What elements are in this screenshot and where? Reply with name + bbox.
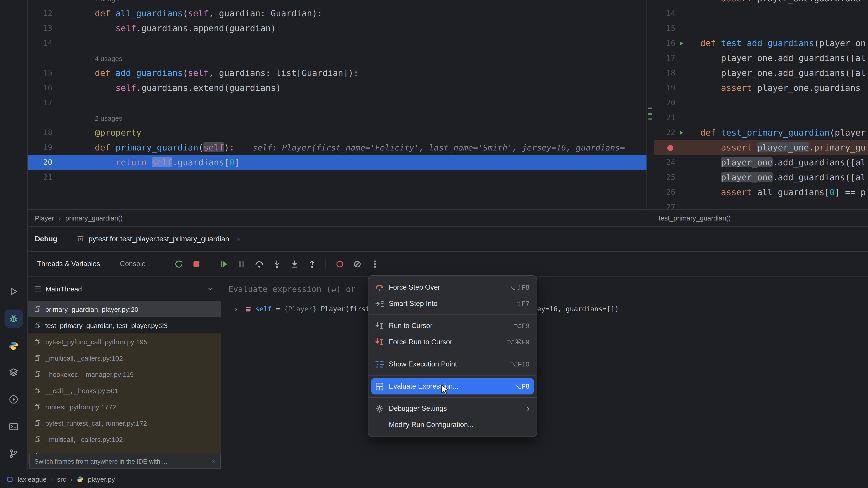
view-breakpoints-button[interactable] xyxy=(333,257,346,271)
breadcrumb-primary-guardian[interactable]: primary_guardian() xyxy=(65,214,123,222)
code-line[interactable]: 17 player_one.add_guardians([al xyxy=(654,51,868,66)
run-tool-button[interactable] xyxy=(4,283,23,300)
code-line[interactable]: 16 self.guardians.extend(guardians) xyxy=(28,80,647,95)
evaluate-expression-menu-item[interactable]: Evaluate Expression...⌥F8 xyxy=(371,378,534,394)
stack-frame[interactable]: pytest_runtest_call, runner.py:172 xyxy=(28,415,221,431)
gutter-line-number[interactable]: 12 xyxy=(28,6,53,21)
stop-button[interactable] xyxy=(189,257,203,271)
force-step-over-menu-item[interactable]: Force Step Over⌥⇧F8 xyxy=(368,279,537,295)
variable-self-row[interactable]: › self = {Player} Player(first_name='Fel… xyxy=(221,301,868,317)
code-line[interactable]: 18 @property xyxy=(28,125,647,140)
breakpoint-gutter[interactable] xyxy=(654,140,675,155)
gutter-line-number[interactable]: 15 xyxy=(654,21,675,36)
stack-frame[interactable]: _multicall, _callers.py:102 xyxy=(28,431,221,447)
code-line[interactable]: 17 xyxy=(28,95,647,110)
stack-frame[interactable]: test_primary_guardian, test_player.py:23 xyxy=(28,317,221,333)
gutter-line-number[interactable]: 16 xyxy=(28,80,53,95)
gutter-line-number[interactable]: 14 xyxy=(28,36,53,51)
code-line[interactable]: 21 xyxy=(654,110,868,125)
code-line[interactable]: assert player_one.primary_gu xyxy=(654,140,868,155)
smart-step-into-menu-item[interactable]: Smart Step Into⇧F7 xyxy=(368,295,537,312)
code-line[interactable]: 26 assert all_guardians[0] == p xyxy=(654,185,868,200)
gutter-line-number[interactable]: 24 xyxy=(654,155,675,170)
code-line[interactable]: 18 player_one.add_guardians([al xyxy=(654,66,868,80)
code-line[interactable]: 12 def all_guardians(self, guardian: Gua… xyxy=(28,6,647,21)
gutter-line-number[interactable]: 18 xyxy=(654,66,675,80)
rerun-button[interactable] xyxy=(172,257,185,271)
code-line[interactable]: 1 usage xyxy=(28,0,647,6)
gutter-line-number[interactable]: 13 xyxy=(28,21,53,36)
gutter-line-number[interactable]: 25 xyxy=(654,170,675,185)
gutter-line-number[interactable]: 15 xyxy=(28,66,53,80)
run-test-icon[interactable] xyxy=(675,40,687,46)
python-tool-button[interactable] xyxy=(4,337,23,355)
close-tab-icon[interactable]: × xyxy=(237,235,241,243)
expand-chevron-icon[interactable]: › xyxy=(235,304,241,314)
stack-frame[interactable]: primary_guardian, player.py:20 xyxy=(28,301,221,317)
gutter-line-number[interactable]: 20 xyxy=(28,155,53,170)
terminal-tool-button[interactable] xyxy=(4,418,23,435)
mute-breakpoints-button[interactable] xyxy=(350,257,364,271)
stack-frame[interactable]: runtest, python.py:1772 xyxy=(28,398,221,415)
status-src[interactable]: src xyxy=(57,475,66,483)
layers-tool-button[interactable] xyxy=(4,363,23,381)
code-line[interactable]: 19 assert player_one.guardians xyxy=(654,80,868,95)
stack-frame[interactable]: __call__, _hooks.py:501 xyxy=(28,382,221,398)
more-button[interactable] xyxy=(368,257,381,271)
editor-scrollbar[interactable] xyxy=(647,0,654,209)
git-tool-button[interactable] xyxy=(4,445,23,463)
code-line[interactable]: 4 usages xyxy=(28,51,647,66)
gutter-line-number[interactable]: 14 xyxy=(654,6,675,21)
step-over-button[interactable] xyxy=(252,257,266,271)
force-step-into-button[interactable] xyxy=(287,257,301,271)
run-to-cursor-menu-item[interactable]: Run to Cursor⌥F9 xyxy=(368,318,537,334)
code-line[interactable]: 19 def primary_guardian(self):self: Play… xyxy=(28,140,647,155)
breakpoint-icon[interactable] xyxy=(667,145,673,151)
stack-frame[interactable]: _multicall, _callers.py:102 xyxy=(28,350,221,366)
code-line[interactable]: 21 xyxy=(28,170,647,185)
gutter-line-number[interactable]: 21 xyxy=(28,170,53,185)
services-tool-button[interactable] xyxy=(4,390,23,409)
debugger-settings-menu-item[interactable]: Debugger Settings› xyxy=(368,400,537,417)
status-project[interactable]: laxleague xyxy=(18,475,46,483)
pause-button[interactable] xyxy=(235,257,248,271)
code-line[interactable]: 13 self.guardians.append(guardian) xyxy=(28,21,647,36)
force-run-to-cursor-menu-item[interactable]: Force Run to Cursor⌥⌘F9 xyxy=(368,334,537,350)
code-line[interactable]: assert player_one.guardians xyxy=(654,0,868,6)
code-line[interactable]: 25 player_one.add_guardians([al xyxy=(654,170,868,185)
code-line[interactable]: 20 xyxy=(654,95,868,110)
debug-session-tab[interactable]: pytest for test_player.test_primary_guar… xyxy=(76,227,241,251)
code-line[interactable]: 15 xyxy=(654,21,868,36)
evaluate-expression-field[interactable]: Evaluate expression (↵) or xyxy=(221,276,868,301)
stack-frame[interactable]: _hookexec, _manager.py:119 xyxy=(28,366,221,382)
code-line[interactable]: 27 xyxy=(654,200,868,209)
code-line[interactable]: 14 xyxy=(654,6,868,21)
step-into-button[interactable] xyxy=(270,257,283,271)
debug-tool-button[interactable] xyxy=(4,310,23,328)
run-test-icon[interactable] xyxy=(675,129,687,136)
gutter-line-number[interactable]: 17 xyxy=(654,51,675,66)
gutter-line-number[interactable]: 17 xyxy=(28,95,53,110)
gutter-line-number[interactable]: 20 xyxy=(654,95,675,110)
gutter-line-number[interactable]: 19 xyxy=(28,140,53,155)
resume-button[interactable] xyxy=(217,257,230,271)
gutter-line-number[interactable]: 19 xyxy=(654,80,675,95)
gutter-line-number[interactable]: 16 xyxy=(654,36,675,51)
gutter-line-number[interactable]: 27 xyxy=(654,200,675,209)
breadcrumb-test-primary-guardian[interactable]: test_primary_guardian() xyxy=(659,214,731,222)
code-line[interactable]: 22def test_primary_guardian(player xyxy=(654,125,868,140)
gutter-line-number[interactable]: 21 xyxy=(654,110,675,125)
code-line[interactable]: 2 usages xyxy=(28,110,647,125)
close-hint-icon[interactable]: × xyxy=(212,457,216,465)
code-line[interactable]: 15 def add_guardians(self, guardians: li… xyxy=(28,66,647,80)
show-execution-point-menu-item[interactable]: Show Execution Point⌥F10 xyxy=(368,356,537,372)
step-out-button[interactable] xyxy=(305,257,319,271)
gutter-line-number[interactable]: 18 xyxy=(28,125,53,140)
modify-run-configuration-menu-item[interactable]: Modify Run Configuration... xyxy=(368,417,537,433)
code-line[interactable]: 16def test_add_guardians(player_on xyxy=(654,36,868,51)
gutter-line-number[interactable]: 26 xyxy=(654,185,675,200)
code-line[interactable]: 24 player_one.add_guardians([al xyxy=(654,155,868,170)
tab-console[interactable]: Console xyxy=(120,260,146,268)
breadcrumb-player[interactable]: Player xyxy=(35,214,54,222)
thread-selector[interactable]: MainThread xyxy=(28,276,221,301)
